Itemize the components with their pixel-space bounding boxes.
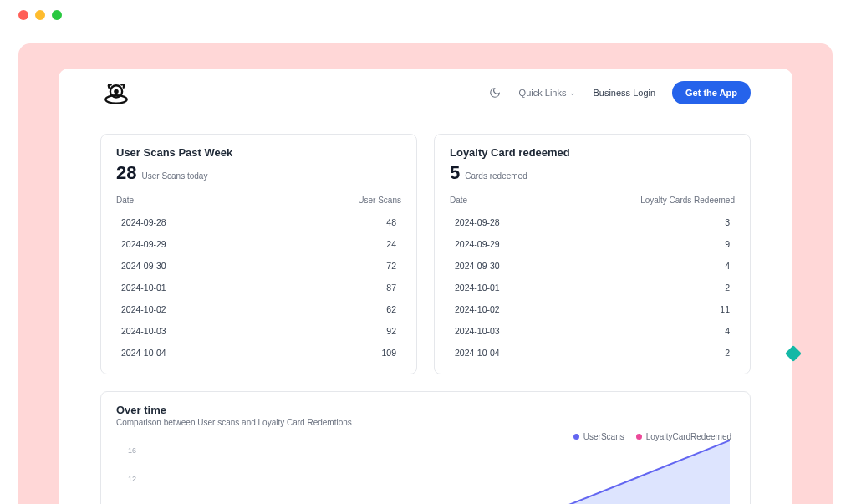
row-date: 2024-10-01	[455, 283, 500, 293]
row-date: 2024-10-04	[455, 348, 500, 358]
app-shell: Quick Links ⌄ Business Login Get the App…	[59, 69, 792, 504]
business-login-link[interactable]: Business Login	[593, 88, 655, 98]
row-value: 92	[386, 326, 396, 336]
row-value: 109	[381, 348, 396, 358]
row-value: 62	[386, 304, 396, 314]
close-icon[interactable]	[18, 10, 28, 20]
row-value: 2	[725, 283, 730, 293]
row-date: 2024-09-30	[455, 261, 500, 271]
row-date: 2024-10-02	[455, 304, 500, 314]
loyalty-table-header: Date Loyalty Cards Redeemed	[450, 192, 735, 211]
business-login-label: Business Login	[593, 88, 655, 98]
row-date: 2024-10-02	[121, 304, 166, 314]
row-date: 2024-10-04	[121, 348, 166, 358]
table-row: 2024-10-0262	[116, 298, 401, 320]
row-date: 2024-10-03	[455, 326, 500, 336]
quick-links-label: Quick Links	[519, 88, 567, 98]
table-row: 2024-10-0392	[116, 320, 401, 342]
chart-area: 16 12	[116, 445, 735, 504]
row-date: 2024-10-01	[121, 283, 166, 293]
overtime-title: Over time	[116, 404, 735, 416]
row-date: 2024-09-28	[455, 217, 500, 227]
table-row: 2024-10-04109	[116, 342, 401, 364]
user-scans-subtitle: User Scans today	[141, 171, 207, 181]
col-date: Date	[116, 196, 134, 205]
quick-links-dropdown[interactable]: Quick Links ⌄	[519, 88, 577, 98]
window-traffic-lights	[0, 0, 851, 20]
table-row: 2024-09-304	[450, 255, 735, 277]
legend-dot-icon	[636, 434, 642, 440]
row-value: 24	[386, 239, 396, 249]
moon-icon	[489, 87, 501, 99]
navbar: Quick Links ⌄ Business Login Get the App	[59, 69, 792, 114]
overtime-subtitle: Comparison between User scans and Loyalt…	[116, 418, 735, 427]
table-row: 2024-09-2924	[116, 233, 401, 255]
col-redeemed: Loyalty Cards Redeemed	[640, 196, 735, 205]
table-row: 2024-10-012	[450, 277, 735, 298]
user-scans-table-body: 2024-09-28482024-09-29242024-09-30722024…	[116, 211, 401, 364]
minimize-icon[interactable]	[35, 10, 45, 20]
dark-mode-toggle[interactable]	[487, 85, 502, 100]
loyalty-table-body: 2024-09-2832024-09-2992024-09-3042024-10…	[450, 211, 735, 364]
table-row: 2024-09-299	[450, 233, 735, 255]
row-value: 48	[386, 217, 396, 227]
table-row: 2024-10-0187	[116, 277, 401, 298]
row-value: 9	[725, 239, 730, 249]
stats-row: User Scans Past Week 28 User Scans today…	[59, 114, 792, 374]
zoom-icon[interactable]	[52, 10, 62, 20]
chevron-down-icon: ⌄	[569, 89, 576, 97]
svg-point-2	[114, 89, 119, 94]
outer-frame: Quick Links ⌄ Business Login Get the App…	[18, 43, 833, 504]
table-row: 2024-10-034	[450, 320, 735, 342]
user-scans-count: 28	[116, 162, 136, 184]
row-date: 2024-09-29	[455, 239, 500, 249]
table-row: 2024-10-0211	[450, 298, 735, 320]
row-date: 2024-09-30	[121, 261, 166, 271]
user-scans-card: User Scans Past Week 28 User Scans today…	[100, 134, 417, 374]
loyalty-subtitle: Cards redeemed	[465, 171, 527, 181]
legend-dot-icon	[573, 434, 579, 440]
row-value: 72	[386, 261, 396, 271]
user-scans-table-header: Date User Scans	[116, 192, 401, 211]
table-row: 2024-10-042	[450, 342, 735, 364]
col-date: Date	[450, 196, 467, 205]
nav-right: Quick Links ⌄ Business Login Get the App	[487, 81, 751, 104]
row-date: 2024-09-28	[121, 217, 166, 227]
loyalty-title: Loyalty Card redeemed	[450, 146, 735, 159]
loyalty-card: Loyalty Card redeemed 5 Cards redeemed D…	[434, 134, 751, 374]
user-scans-title: User Scans Past Week	[116, 146, 401, 159]
get-app-label: Get the App	[685, 88, 737, 98]
row-value: 2	[725, 348, 730, 358]
row-value: 87	[386, 283, 396, 293]
loyalty-count: 5	[450, 162, 460, 184]
table-row: 2024-09-3072	[116, 255, 401, 277]
overtime-card: Over time Comparison between User scans …	[100, 391, 751, 504]
logo[interactable]	[100, 80, 132, 105]
row-value: 11	[720, 304, 730, 314]
row-value: 4	[725, 261, 730, 271]
table-row: 2024-09-2848	[116, 211, 401, 233]
row-value: 3	[725, 217, 730, 227]
row-value: 4	[725, 326, 730, 336]
svg-marker-3	[479, 440, 730, 504]
col-userscans: User Scans	[358, 196, 401, 205]
row-date: 2024-10-03	[121, 326, 166, 336]
table-row: 2024-09-283	[450, 211, 735, 233]
chart-line-icon	[128, 440, 730, 504]
row-date: 2024-09-29	[121, 239, 166, 249]
get-app-button[interactable]: Get the App	[672, 81, 751, 104]
